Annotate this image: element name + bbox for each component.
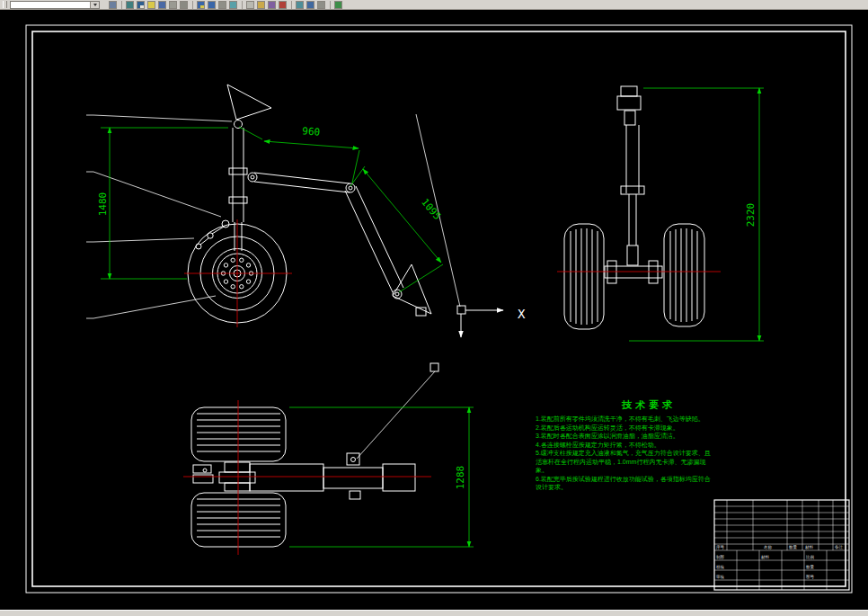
orbit-icon[interactable] bbox=[180, 1, 188, 9]
erase-icon[interactable] bbox=[279, 1, 287, 9]
side-dimensions: 1480 960 1095 bbox=[97, 125, 443, 292]
plan-dimension: 1288 bbox=[289, 407, 474, 547]
toolbar-grip[interactable] bbox=[3, 1, 7, 8]
plan-arm bbox=[250, 453, 415, 499]
drawing-frame bbox=[26, 25, 852, 593]
shock-strut bbox=[229, 128, 247, 251]
match-properties-icon[interactable] bbox=[268, 1, 276, 9]
tech-req-line: 设计要求。 bbox=[536, 483, 805, 492]
drag-brace-upper bbox=[248, 173, 355, 192]
plan-view bbox=[191, 363, 438, 547]
tech-req-line: 6.装配完毕后按试验规程进行收放功能试验，各项指标均应符合 bbox=[536, 475, 805, 484]
undo-icon[interactable] bbox=[197, 1, 205, 9]
front-view bbox=[564, 86, 704, 329]
front-axle bbox=[605, 261, 662, 283]
bom-col-qty: 数量 bbox=[789, 545, 798, 549]
layer-previous-icon[interactable] bbox=[137, 1, 145, 9]
plan-centerlines bbox=[183, 400, 431, 555]
drawing-svg: 1480 960 1095 X bbox=[0, 10, 868, 610]
front-wheel-right bbox=[664, 224, 704, 326]
top-toolbar bbox=[0, 0, 868, 10]
dim-1480: 1480 bbox=[97, 192, 109, 217]
tb-checked: 校核 bbox=[716, 565, 725, 569]
front-wheel-left bbox=[564, 224, 604, 329]
combo-dropdown-button[interactable] bbox=[90, 2, 99, 8]
toolbar-separator bbox=[121, 1, 122, 9]
plot-icon[interactable] bbox=[218, 1, 226, 9]
design-center-icon[interactable] bbox=[306, 1, 314, 9]
dim-960: 960 bbox=[302, 125, 321, 138]
paste-icon[interactable] bbox=[257, 1, 265, 9]
side-view bbox=[86, 85, 460, 323]
pan-icon[interactable] bbox=[169, 1, 177, 9]
dim-1288: 1288 bbox=[455, 466, 466, 490]
toolbar-separator bbox=[192, 1, 193, 9]
technical-requirements: 技术要求 1.装配前所有零件均须清洗干净，不得有毛刺、飞边等缺陷。 2.装配后各… bbox=[536, 398, 805, 492]
layers-icon[interactable] bbox=[109, 1, 117, 9]
bom-col-mat: 材料 bbox=[804, 545, 814, 550]
tech-req-line: 5.缓冲支柱按规定充入油液和氮气，充气压力符合设计要求、且 bbox=[536, 449, 805, 458]
help-icon[interactable] bbox=[334, 1, 342, 9]
make-layer-current-icon[interactable] bbox=[126, 1, 134, 9]
tech-req-title: 技术要求 bbox=[622, 398, 805, 412]
toolbar-separator bbox=[330, 1, 331, 9]
zoom-previous-icon[interactable] bbox=[158, 1, 166, 9]
layer-combo[interactable] bbox=[10, 1, 100, 9]
tb-approved: 审核 bbox=[716, 575, 725, 579]
chevron-down-icon bbox=[93, 4, 97, 6]
axis-marker: X bbox=[457, 306, 526, 337]
torque-links bbox=[196, 220, 229, 249]
tb-sheet: 图号 bbox=[806, 575, 815, 579]
title-block: 序号 名称 数量 材料 备注 制图 校核 审核 材料 比例 数量 图号 bbox=[714, 500, 849, 590]
front-dimension: 2320 bbox=[629, 88, 764, 341]
tech-req-line: 活塞杆在全行程内运动平稳，1.0mm行程内无卡滞、无渗漏现 bbox=[536, 458, 805, 467]
plan-wheel-bottom bbox=[191, 493, 286, 547]
tech-req-line: 2.装配后各运动机构应运转灵活，不得有卡滞现象。 bbox=[536, 424, 805, 433]
side-centerlines bbox=[184, 219, 292, 327]
tech-req-line: 4.各连接螺栓应按规定力矩拧紧，不得松动。 bbox=[536, 441, 805, 450]
bom-col-note: 备注 bbox=[835, 545, 844, 549]
drag-brace-lower bbox=[345, 186, 431, 316]
tb-qty: 数量 bbox=[806, 565, 815, 569]
tool-palettes-icon[interactable] bbox=[317, 1, 325, 9]
toolbar-separator bbox=[291, 1, 292, 9]
toolbar-separator bbox=[242, 1, 243, 9]
properties-icon[interactable] bbox=[296, 1, 304, 9]
plot-preview-icon[interactable] bbox=[229, 1, 237, 9]
toolbar-icons bbox=[109, 1, 345, 9]
upper-attachment-plate bbox=[227, 85, 271, 120]
tb-scale: 比例 bbox=[806, 555, 815, 560]
plan-wheel-top bbox=[191, 407, 286, 461]
tb-material: 材料 bbox=[760, 555, 770, 560]
tb-drawn: 制图 bbox=[716, 555, 724, 559]
front-strut bbox=[617, 86, 644, 265]
tech-req-line: 1.装配前所有零件均须清洗干净，不得有毛刺、飞边等缺陷。 bbox=[536, 415, 805, 424]
status-bar bbox=[0, 610, 868, 616]
redo-icon[interactable] bbox=[208, 1, 216, 9]
tech-req-line: 3.装配时各配合表面应涂以润滑油脂，油脂应清洁。 bbox=[536, 432, 805, 441]
drawing-canvas[interactable]: 1480 960 1095 X bbox=[0, 10, 868, 610]
zoom-window-icon[interactable] bbox=[147, 1, 155, 9]
bom-col-name: 名称 bbox=[764, 545, 773, 549]
dim-2320: 2320 bbox=[745, 203, 757, 228]
x-axis-label: X bbox=[518, 307, 526, 321]
copy-icon[interactable] bbox=[246, 1, 254, 9]
tech-req-line: 象。 bbox=[536, 466, 805, 475]
bom-col-no: 序号 bbox=[716, 545, 725, 549]
